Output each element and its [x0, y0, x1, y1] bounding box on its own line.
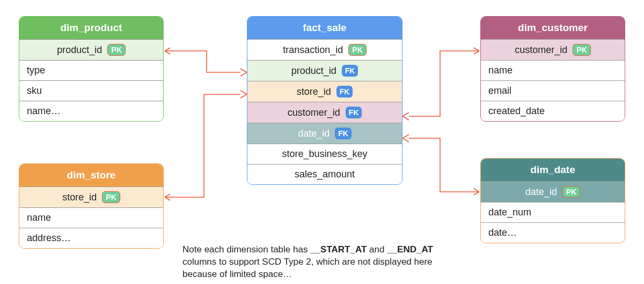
col-label: store_id — [297, 86, 331, 98]
table-row: name — [481, 60, 625, 80]
col-label: created_date — [488, 106, 545, 117]
table-row: customer_id FK — [247, 102, 402, 123]
table-row: date_num — [481, 202, 625, 222]
pk-badge: PK — [102, 191, 120, 203]
note-text: Note each dimension table has — [182, 244, 310, 255]
table-dim-store: dim_store store_id PK name address… — [19, 163, 164, 249]
table-dim-product: dim_product product_id PK type sku name… — [19, 16, 164, 122]
table-row: address… — [19, 228, 163, 248]
table-row: product_id FK — [247, 60, 402, 81]
col-label: name — [27, 212, 51, 223]
col-label: store_business_key — [282, 148, 367, 160]
table-row: name — [19, 207, 163, 228]
col-label: customer_id — [515, 44, 567, 56]
table-row: product_id PK — [19, 39, 163, 60]
table-header: dim_product — [19, 17, 163, 39]
col-label: product_id — [57, 44, 102, 56]
pk-badge: PK — [573, 44, 590, 56]
table-row: type — [19, 60, 163, 80]
note-text: and — [367, 244, 387, 255]
table-row: date_id FK — [247, 123, 402, 144]
pk-badge: PK — [348, 44, 366, 56]
col-label: email — [488, 85, 511, 96]
footnote: Note each dimension table has __START_AT… — [182, 244, 467, 281]
col-label: date_id — [525, 186, 557, 198]
col-label: sku — [27, 85, 42, 96]
fk-badge: FK — [342, 65, 358, 77]
table-dim-date: dim_date date_id PK date_num date… — [480, 158, 625, 243]
col-label: product_id — [291, 65, 336, 77]
table-row: email — [481, 80, 625, 101]
table-header: dim_customer — [481, 17, 625, 39]
fk-badge: FK — [336, 86, 353, 98]
col-label: address… — [27, 233, 71, 244]
table-header: fact_sale — [247, 17, 402, 39]
table-row: store_id PK — [19, 186, 163, 207]
table-header: dim_store — [19, 164, 163, 186]
col-label: date_id — [298, 128, 330, 139]
table-row: store_business_key — [247, 144, 402, 164]
table-fact-sale: fact_sale transaction_id PK product_id F… — [247, 16, 402, 185]
note-bold: __START_AT — [310, 244, 367, 255]
col-label: type — [27, 65, 45, 76]
table-row: created_date — [481, 101, 625, 121]
col-label: sales_amount — [295, 169, 355, 180]
table-row: sales_amount — [247, 164, 402, 184]
table-row: customer_id PK — [481, 39, 625, 60]
table-header: dim_date — [481, 159, 625, 181]
pk-badge: PK — [562, 186, 580, 198]
table-row: transaction_id PK — [247, 39, 402, 60]
note-text: columns to support SCD Type 2, which are… — [182, 257, 433, 279]
table-row: date… — [481, 222, 625, 243]
fk-badge: FK — [335, 128, 352, 139]
table-row: sku — [19, 80, 163, 101]
col-label: transaction_id — [283, 44, 343, 56]
col-label: name — [488, 65, 513, 76]
col-label: date_num — [488, 207, 531, 218]
table-row: store_id FK — [247, 81, 402, 102]
col-label: customer_id — [288, 107, 340, 118]
table-row: name… — [19, 101, 163, 121]
table-dim-customer: dim_customer customer_id PK name email c… — [480, 16, 625, 122]
col-label: store_id — [62, 192, 97, 203]
table-row: date_id PK — [481, 181, 625, 202]
col-label: date… — [488, 227, 517, 238]
note-bold: __END_AT — [387, 244, 433, 255]
col-label: name… — [27, 106, 61, 117]
pk-badge: PK — [107, 44, 125, 56]
fk-badge: FK — [346, 107, 362, 118]
